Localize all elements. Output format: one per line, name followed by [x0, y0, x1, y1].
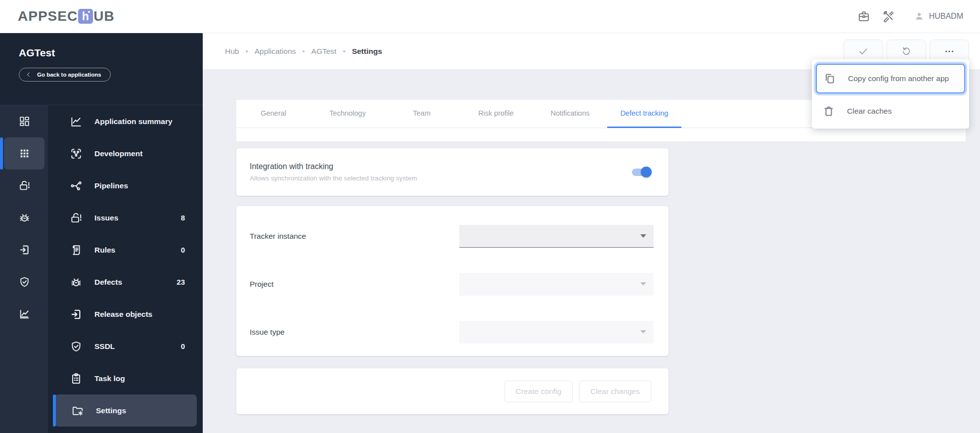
logo-h-icon: h: [78, 9, 93, 24]
sidebar-item-pipelines[interactable]: Pipelines: [48, 170, 203, 202]
menu-item-clear-caches[interactable]: Clear caches: [816, 98, 965, 125]
user-icon: [914, 11, 925, 22]
badge: 23: [177, 278, 185, 286]
breadcrumb: Hub • Applications • AGTest • Settings: [225, 47, 382, 56]
project-select[interactable]: [459, 273, 654, 296]
logo-text-left: APPSEC: [18, 8, 78, 24]
logo-text-right: UB: [93, 8, 114, 24]
sidebar-item-rules[interactable]: Rules 0: [48, 234, 203, 266]
issue-type-select[interactable]: [459, 321, 654, 344]
tracker-form-card: Tracker instance Project Issue type: [236, 206, 668, 356]
check-icon: [858, 46, 869, 57]
sidebar-item-release-objects[interactable]: Release objects: [48, 298, 203, 330]
sidebar-item-ssdl[interactable]: SSDL 0: [48, 330, 203, 362]
sidebar: AGTest Go back to applications: [0, 33, 203, 433]
chevron-down-icon: [640, 282, 646, 286]
tab-notifications[interactable]: Notifications: [533, 100, 607, 128]
unlock-alert-icon: [69, 212, 83, 224]
admin-tools-icon[interactable]: [882, 10, 895, 23]
issue-type-label: Issue type: [250, 328, 459, 337]
breadcrumb-separator: •: [343, 47, 345, 55]
tab-team[interactable]: Team: [385, 100, 459, 128]
form-actions-card: Create config Clear changes: [236, 368, 668, 414]
sidebar-item-settings[interactable]: Settings: [54, 394, 197, 427]
pipelines-icon: [69, 179, 83, 192]
rail-applications-icon[interactable]: [4, 137, 45, 170]
integration-toggle[interactable]: [632, 169, 651, 176]
badge: 0: [181, 246, 185, 254]
breadcrumb-applications[interactable]: Applications: [255, 47, 296, 56]
rail-ssdl-icon[interactable]: [4, 266, 45, 298]
development-icon: [69, 147, 83, 160]
folder-gear-icon: [71, 404, 84, 417]
sidebar-item-development[interactable]: Development: [48, 137, 203, 170]
rail-dashboard-icon[interactable]: [4, 105, 45, 137]
actions-popup-menu: Copy config from another app Clear cache…: [812, 59, 969, 129]
tab-defect-tracking[interactable]: Defect tracking: [607, 100, 681, 128]
breadcrumb-agtest[interactable]: AGTest: [312, 47, 337, 56]
clipboard-list-icon: [69, 372, 83, 385]
tracker-instance-select[interactable]: [459, 225, 654, 248]
chart-line-icon: [69, 115, 83, 128]
sidebar-item-defects[interactable]: Defects 23: [48, 266, 203, 298]
app-bar: APPSEChUB HUBADM: [0, 0, 980, 33]
briefcase-icon[interactable]: [857, 10, 870, 23]
integration-subtitle: Allows synchronization with the selected…: [250, 174, 632, 182]
breadcrumb-current: Settings: [352, 47, 382, 56]
chevron-left-icon: [26, 72, 32, 78]
rail-analytics-icon[interactable]: [4, 298, 45, 330]
breadcrumb-hub[interactable]: Hub: [225, 47, 239, 56]
application-name: AGTest: [19, 47, 203, 59]
badge: 8: [181, 214, 185, 222]
restore-icon: [901, 46, 912, 57]
toggle-knob: [641, 167, 652, 177]
clear-changes-button[interactable]: Clear changes: [579, 381, 651, 402]
tracker-instance-label: Tracker instance: [250, 232, 459, 241]
rail-defects-icon[interactable]: [4, 202, 45, 234]
chevron-down-icon: [640, 330, 646, 334]
breadcrumb-separator: •: [302, 47, 305, 55]
ellipsis-icon: [944, 46, 955, 57]
app-logo: APPSEChUB: [18, 8, 115, 24]
create-config-button[interactable]: Create config: [504, 381, 573, 402]
bug-icon: [69, 276, 83, 289]
tab-technology[interactable]: Technology: [311, 100, 385, 128]
rail-issues-icon[interactable]: [4, 170, 45, 202]
icon-rail: [0, 105, 48, 433]
sidebar-item-application-summary[interactable]: Application summary: [48, 105, 203, 137]
project-label: Project: [250, 280, 459, 289]
chevron-down-icon: [640, 234, 646, 238]
sidebar-item-task-log[interactable]: Task log: [48, 362, 203, 394]
copy-icon: [824, 73, 836, 85]
tab-general[interactable]: General: [236, 100, 311, 128]
exit-arrow-icon: [69, 308, 83, 321]
rules-scroll-icon: [69, 244, 83, 257]
tab-risk-profile[interactable]: Risk profile: [459, 100, 533, 128]
menu-item-copy-config[interactable]: Copy config from another app: [816, 64, 965, 93]
sidebar-item-issues[interactable]: Issues 8: [48, 202, 203, 234]
sidebar-menu: Application summary Development Pipeline…: [48, 105, 203, 433]
integration-card: Integration with tracking Allows synchro…: [236, 148, 668, 196]
back-to-applications-button[interactable]: Go back to applications: [19, 68, 111, 82]
user-menu[interactable]: HUBADM: [914, 11, 963, 22]
rail-release-objects-icon[interactable]: [4, 234, 45, 266]
breadcrumb-separator: •: [245, 47, 248, 55]
badge: 0: [181, 342, 185, 350]
username-label: HUBADM: [929, 12, 963, 21]
shield-check-icon: [69, 340, 83, 353]
trash-icon: [823, 105, 835, 117]
integration-title: Integration with tracking: [250, 162, 632, 171]
